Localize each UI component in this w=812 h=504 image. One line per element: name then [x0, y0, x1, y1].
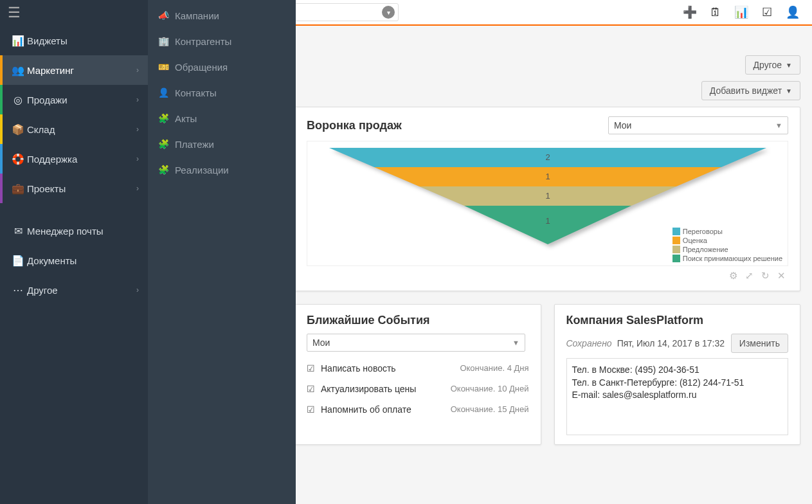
sidebar-item-4[interactable]: 🛟Поддержка› — [0, 144, 148, 174]
add-widget-button[interactable]: Добавить виджет▼ — [701, 81, 800, 100]
submenu-item-0[interactable]: 📣Кампании — [148, 3, 296, 28]
events-filter-select[interactable]: Мои▼ — [307, 334, 525, 352]
puzzle-icon: 🧩 — [158, 113, 175, 123]
sidebar-item-label: Другое — [27, 285, 58, 296]
hamburger-icon[interactable]: ☰ — [0, 0, 148, 26]
widget-refresh-icon[interactable]: ↻ — [761, 270, 770, 282]
building-icon: 🏢 — [158, 36, 175, 46]
events-widget: Ближайшие События Мои▼ ☑Написать новость… — [294, 304, 541, 445]
person-icon: 👤 — [158, 87, 175, 98]
search-dropdown-icon[interactable]: ▾ — [382, 6, 395, 19]
puzzle-icon: 🧩 — [158, 165, 175, 175]
ticket-icon: 🎫 — [158, 62, 175, 72]
dashboard-icon: 📊 — [9, 35, 27, 47]
box-icon: 📦 — [9, 123, 27, 136]
mail-icon: ✉ — [9, 225, 27, 237]
event-text: Актуализировать цены — [321, 384, 451, 394]
user-icon[interactable]: 👤 — [780, 5, 806, 19]
sidebar-item-label: Продажи — [27, 94, 68, 105]
chevron-right-icon: › — [136, 154, 139, 163]
sidebar-item-2[interactable]: ◎Продажи› — [0, 85, 148, 114]
sidebar-item-label: Маркетинг — [27, 65, 74, 76]
other-button[interactable]: Другое▼ — [745, 55, 800, 75]
note-edit-button[interactable]: Изменить — [731, 334, 788, 353]
event-text: Написать новость — [321, 363, 460, 374]
sidebar-item-0[interactable]: 📊Виджеты — [0, 26, 148, 55]
sidebar-lower-2[interactable]: ⋯Другое› — [0, 275, 148, 305]
plus-icon[interactable]: ➕ — [677, 5, 703, 19]
submenu-item-label: Контакты — [175, 87, 217, 98]
submenu-item-label: Обращения — [175, 62, 228, 73]
submenu-item-1[interactable]: 🏢Контрагенты — [148, 28, 296, 54]
submenu-marketing: 📣Кампании🏢Контрагенты🎫Обращения👤Контакты… — [148, 0, 296, 504]
funnel-title: Воронка продаж — [307, 119, 402, 132]
event-checkbox[interactable]: ☑ — [307, 363, 321, 374]
event-checkbox[interactable]: ☑ — [307, 384, 321, 394]
funnel-widget: Воронка продаж Мои▼ 2 1 1 1 Переговоры О… — [294, 107, 800, 291]
sidebar-lower-1[interactable]: 📄Документы — [0, 246, 148, 275]
widget-expand-icon[interactable]: ⤢ — [745, 270, 753, 282]
chevron-right-icon: › — [136, 184, 139, 193]
event-due: Окончание. 15 Дней — [451, 404, 529, 414]
event-row: ☑Актуализировать ценыОкончание. 10 Дней — [307, 379, 529, 399]
sidebar-item-5[interactable]: 💼Проекты› — [0, 174, 148, 203]
funnel-val-2: 1 — [545, 191, 550, 201]
submenu-item-4[interactable]: 🧩Акты — [148, 105, 296, 131]
briefcase-icon: 💼 — [9, 183, 27, 195]
doc-icon: 📄 — [9, 255, 27, 267]
widget-settings-icon[interactable]: ⚙ — [729, 270, 737, 282]
submenu-item-3[interactable]: 👤Контакты — [148, 80, 296, 105]
widget-close-icon[interactable]: ✕ — [777, 270, 786, 282]
group-icon: 👥 — [9, 64, 27, 76]
sidebar-item-label: Проекты — [27, 183, 66, 194]
note-saved-label: Сохранено — [566, 338, 612, 348]
submenu-item-label: Платежи — [175, 139, 214, 150]
funnel-legend: Переговоры Оценка Предложение Поиск прин… — [670, 227, 785, 263]
event-row: ☑Написать новостьОкончание. 4 Дня — [307, 358, 529, 379]
target-icon: ◎ — [9, 94, 27, 106]
submenu-item-label: Кампании — [175, 10, 219, 21]
sidebar-item-1[interactable]: 👥Маркетинг› — [0, 55, 148, 85]
sidebar-item-label: Поддержка — [27, 154, 77, 165]
widget-actions: ⚙ ⤢ ↻ ✕ — [307, 266, 788, 282]
note-saved-time: Пят, Июл 14, 2017 в 17:32 — [617, 338, 725, 348]
submenu-item-label: Реализации — [175, 165, 229, 176]
note-content: Тел. в Москве: (495) 204-36-51Тел. в Сан… — [566, 358, 789, 435]
chevron-right-icon: › — [136, 66, 139, 75]
submenu-item-2[interactable]: 🎫Обращения — [148, 54, 296, 80]
funnel-filter-select[interactable]: Мои▼ — [608, 116, 788, 134]
note-line: Тел. в Санкт-Петербурге: (812) 244-71-51 — [572, 377, 783, 390]
chevron-right-icon: › — [136, 125, 139, 134]
sidebar: ☰ 📊Виджеты👥Маркетинг›◎Продажи›📦Склад›🛟По… — [0, 0, 148, 504]
note-line: E-mail: sales@salesplatform.ru — [572, 389, 783, 402]
sidebar-item-label: Склад — [27, 124, 55, 135]
funnel-val-0: 2 — [545, 152, 550, 162]
event-due: Окончание. 4 Дня — [460, 363, 528, 373]
submenu-item-label: Акты — [175, 113, 197, 124]
funnel-chart: 2 1 1 1 Переговоры Оценка Предложение По… — [307, 141, 788, 266]
chevron-right-icon: › — [136, 95, 139, 104]
submenu-item-5[interactable]: 🧩Платежи — [148, 131, 296, 157]
more-icon: ⋯ — [9, 284, 27, 296]
chevron-right-icon: › — [136, 285, 139, 294]
note-line: Тел. в Москве: (495) 204-36-51 — [572, 364, 783, 377]
sidebar-item-label: Менеджер почты — [27, 226, 104, 237]
submenu-item-label: Контрагенты — [175, 36, 231, 47]
event-due: Окончание. 10 Дней — [451, 384, 529, 393]
event-text: Напомнить об оплате — [321, 404, 451, 415]
event-row: ☑Напомнить об оплатеОкончание. 15 Дней — [307, 399, 529, 420]
note-widget: Компания SalesPlatform Сохранено Пят, Ию… — [554, 304, 801, 445]
events-title: Ближайшие События — [307, 314, 529, 327]
event-checkbox[interactable]: ☑ — [307, 404, 321, 415]
sidebar-item-label: Документы — [27, 255, 77, 266]
chart-icon[interactable]: 📊 — [728, 5, 754, 19]
life-ring-icon: 🛟 — [9, 153, 27, 165]
sidebar-item-label: Виджеты — [27, 35, 68, 46]
calendar-icon[interactable]: 🗓 — [703, 6, 728, 19]
submenu-item-6[interactable]: 🧩Реализации — [148, 157, 296, 183]
sidebar-item-3[interactable]: 📦Склад› — [0, 114, 148, 144]
sidebar-lower-0[interactable]: ✉Менеджер почты — [0, 216, 148, 246]
puzzle-icon: 🧩 — [158, 139, 175, 149]
note-title: Компания SalesPlatform — [566, 314, 789, 327]
checklist-icon[interactable]: ☑ — [754, 5, 780, 19]
